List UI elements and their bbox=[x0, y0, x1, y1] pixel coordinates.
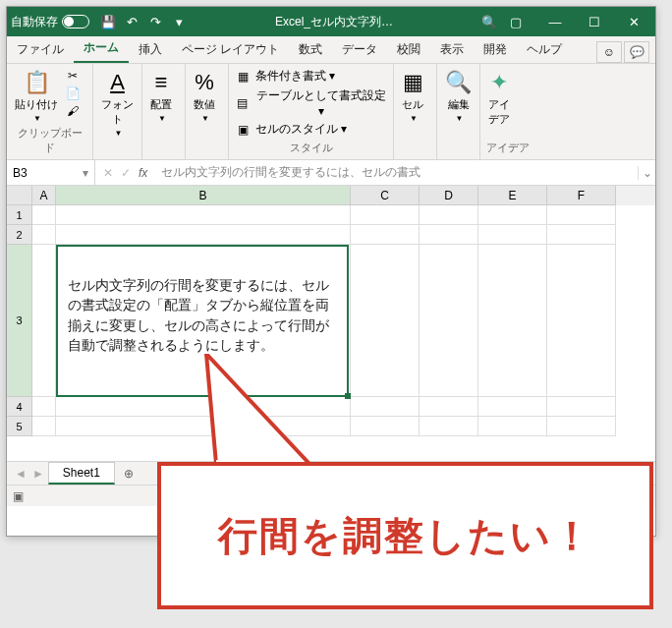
formula-input[interactable]: セル内文字列の行間を変更するには、セルの書式 bbox=[155, 164, 638, 181]
cell-style-icon: ▣ bbox=[235, 123, 251, 137]
tab-help[interactable]: ヘルプ bbox=[517, 35, 572, 63]
row-head[interactable]: 1 bbox=[7, 205, 32, 225]
autosave-label: 自動保存 bbox=[11, 14, 58, 30]
tab-view[interactable]: 表示 bbox=[430, 35, 474, 63]
font-icon: A bbox=[110, 70, 125, 95]
group-label-styles: スタイル bbox=[235, 141, 387, 155]
name-box[interactable]: B3▾ bbox=[7, 160, 95, 185]
cells-icon: ▦ bbox=[403, 70, 423, 95]
cells-button[interactable]: ▦セル▼ bbox=[400, 68, 425, 125]
group-font: Aフォント▼ bbox=[93, 64, 142, 159]
ribbon-tabs: ファイル ホーム 挿入 ページ レイアウト 数式 データ 校閲 表示 開発 ヘル… bbox=[7, 36, 655, 64]
align-icon: ≡ bbox=[155, 70, 168, 95]
comments-button[interactable]: 💬 bbox=[624, 41, 649, 63]
col-head-c[interactable]: C bbox=[351, 186, 420, 205]
cancel-formula-icon[interactable]: ✕ bbox=[103, 166, 113, 180]
col-head-f[interactable]: F bbox=[547, 186, 616, 205]
maximize-button[interactable]: ☐ bbox=[577, 8, 612, 35]
cells-label: セル bbox=[402, 97, 423, 112]
row-head[interactable]: 2 bbox=[7, 225, 32, 245]
find-icon: 🔍 bbox=[445, 70, 472, 95]
col-head-a[interactable]: A bbox=[32, 186, 56, 205]
copy-icon[interactable]: 📄 bbox=[64, 86, 82, 101]
tab-file[interactable]: ファイル bbox=[7, 35, 74, 63]
group-alignment: ≡配置▼ bbox=[142, 64, 186, 159]
redo-icon[interactable]: ↷ bbox=[146, 13, 164, 30]
paste-button[interactable]: 📋 貼り付け ▼ bbox=[13, 68, 60, 125]
conditional-formatting-button[interactable]: ▦条件付き書式 ▾ bbox=[235, 68, 335, 85]
search-icon[interactable]: 🔍 bbox=[480, 13, 498, 30]
close-button[interactable]: ✕ bbox=[616, 8, 651, 35]
expand-formula-icon[interactable]: ⌄ bbox=[638, 166, 655, 180]
ribbon-display-icon[interactable]: ▢ bbox=[498, 8, 533, 35]
percent-icon: % bbox=[195, 70, 214, 95]
callout-tail-icon bbox=[206, 354, 309, 464]
col-head-d[interactable]: D bbox=[420, 186, 478, 205]
ideas-icon: ✦ bbox=[490, 70, 508, 95]
number-button[interactable]: %数値▼ bbox=[192, 68, 217, 125]
group-label-clipboard: クリップボード bbox=[13, 126, 86, 155]
autosave-toggle[interactable]: 自動保存 bbox=[11, 14, 89, 30]
minimize-button[interactable]: — bbox=[537, 8, 573, 35]
tab-formulas[interactable]: 数式 bbox=[289, 35, 332, 63]
group-number: %数値▼ bbox=[186, 64, 229, 159]
title-bar: 自動保存 💾 ↶ ↷ ▾ Excel_セル内文字列… 🔍 ▢ — ☐ ✕ bbox=[7, 7, 655, 36]
tab-insert[interactable]: 挿入 bbox=[129, 35, 172, 63]
font-button[interactable]: Aフォント▼ bbox=[99, 68, 136, 140]
cond-format-icon: ▦ bbox=[235, 70, 251, 84]
editing-label: 編集 bbox=[448, 97, 470, 112]
toggle-off-icon[interactable] bbox=[62, 15, 89, 29]
row-head[interactable]: 3 bbox=[7, 245, 32, 397]
row-head[interactable]: 5 bbox=[7, 417, 32, 436]
annotation-callout: 行間を調整したい！ bbox=[157, 432, 658, 614]
prev-sheet-icon[interactable]: ◄ bbox=[15, 467, 27, 481]
font-label: フォント bbox=[101, 97, 134, 127]
share-button[interactable]: ☺ bbox=[596, 41, 622, 63]
align-label: 配置 bbox=[150, 97, 172, 112]
tab-data[interactable]: データ bbox=[332, 35, 387, 63]
enter-formula-icon[interactable]: ✓ bbox=[121, 166, 131, 180]
cut-icon[interactable]: ✂ bbox=[64, 68, 82, 84]
group-styles: ▦条件付き書式 ▾ ▤テーブルとして書式設定 ▾ ▣セルのスタイル ▾ スタイル bbox=[229, 64, 394, 159]
col-head-b[interactable]: B bbox=[56, 186, 351, 205]
record-macro-icon[interactable]: ▣ bbox=[13, 489, 24, 503]
align-button[interactable]: ≡配置▼ bbox=[148, 68, 174, 125]
paste-label: 貼り付け bbox=[15, 97, 58, 112]
group-editing: 🔍編集▼ bbox=[437, 64, 480, 159]
quick-access-toolbar: 💾 ↶ ↷ ▾ bbox=[99, 13, 188, 30]
sheet-tab[interactable]: Sheet1 bbox=[48, 462, 115, 485]
row-head[interactable]: 4 bbox=[7, 397, 32, 417]
tab-review[interactable]: 校閲 bbox=[387, 35, 430, 63]
group-clipboard: 📋 貼り付け ▼ ✂ 📄 🖌 クリップボード bbox=[7, 64, 93, 159]
paste-icon: 📋 bbox=[24, 70, 50, 95]
select-all-corner[interactable] bbox=[7, 186, 32, 205]
editing-button[interactable]: 🔍編集▼ bbox=[443, 68, 474, 125]
format-painter-icon[interactable]: 🖌 bbox=[64, 103, 82, 119]
add-sheet-button[interactable]: ⊕ bbox=[119, 467, 139, 481]
col-head-e[interactable]: E bbox=[478, 186, 547, 205]
qat-more-icon[interactable]: ▾ bbox=[170, 13, 188, 30]
chevron-down-icon: ▼ bbox=[33, 114, 41, 123]
format-as-table-button[interactable]: ▤テーブルとして書式設定 ▾ bbox=[235, 87, 387, 118]
undo-icon[interactable]: ↶ bbox=[123, 13, 140, 30]
group-cells: ▦セル▼ bbox=[394, 64, 437, 159]
number-label: 数値 bbox=[194, 97, 215, 112]
tab-developer[interactable]: 開発 bbox=[474, 35, 517, 63]
next-sheet-icon[interactable]: ► bbox=[32, 467, 44, 481]
ribbon: 📋 貼り付け ▼ ✂ 📄 🖌 クリップボード Aフォント▼ ≡配置▼ %数値▼ bbox=[7, 64, 655, 160]
table-icon: ▤ bbox=[235, 96, 250, 110]
window-title: Excel_セル内文字列… bbox=[188, 14, 480, 30]
callout-text: 行間を調整したい！ bbox=[218, 509, 593, 563]
cell-styles-button[interactable]: ▣セルのスタイル ▾ bbox=[235, 121, 347, 138]
fx-icon[interactable]: fx bbox=[139, 166, 147, 180]
ideas-button[interactable]: ✦アイ デア bbox=[486, 68, 512, 129]
tab-home[interactable]: ホーム bbox=[74, 33, 129, 63]
tab-layout[interactable]: ページ レイアウト bbox=[172, 35, 289, 63]
group-label-ideas: アイデア bbox=[486, 141, 530, 155]
formula-bar: B3▾ ✕ ✓ fx セル内文字列の行間を変更するには、セルの書式 ⌄ bbox=[7, 160, 655, 186]
save-icon[interactable]: 💾 bbox=[99, 13, 117, 30]
ideas-label: アイ デア bbox=[488, 97, 510, 127]
group-ideas: ✦アイ デア アイデア bbox=[480, 64, 535, 159]
